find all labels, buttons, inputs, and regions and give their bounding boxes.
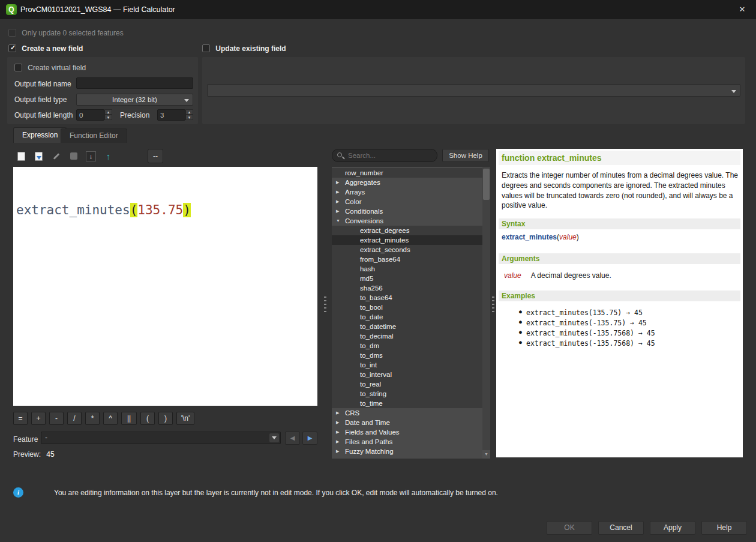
function-search[interactable] [332, 149, 437, 162]
tree-item-to-string[interactable]: to_string [332, 389, 482, 399]
tree-item-to-real[interactable]: to_real [332, 379, 482, 389]
preview-value: 45 [46, 450, 54, 459]
tree-item-from-base64[interactable]: from_base64 [332, 254, 482, 264]
title-bar[interactable]: Q ProvCM01012021_WGS84 — Field Calculato… [0, 0, 756, 19]
update-existing-field-checkbox[interactable]: ✓ Update existing field [202, 44, 286, 53]
tree-group-arrays[interactable]: ▶Arrays [332, 187, 482, 197]
existing-field-select[interactable] [207, 84, 740, 97]
cancel-button[interactable]: Cancel [598, 521, 644, 535]
feature-select[interactable]: - [41, 432, 281, 444]
help-button[interactable]: Help [701, 521, 747, 535]
function-help-panel: function extract_minutes Extracts the in… [496, 149, 743, 457]
spin-down-icon[interactable]: ▾ [185, 115, 193, 120]
next-feature-button[interactable]: ▶ [302, 432, 317, 445]
chevron-down-icon[interactable] [269, 433, 279, 442]
tree-group-crs[interactable]: ▶CRS [332, 408, 482, 418]
previous-feature-button[interactable]: ◀ [285, 432, 300, 445]
operator-concat-button[interactable]: || [121, 412, 137, 425]
tree-item-to-date[interactable]: to_date [332, 312, 482, 322]
search-input[interactable] [348, 151, 432, 160]
tree-group-date-and-time[interactable]: ▶Date and Time [332, 418, 482, 427]
spin-down-icon[interactable]: ▾ [104, 115, 112, 120]
tree-item-extract-degrees[interactable]: extract_degrees [332, 226, 482, 235]
tree-item-to-datetime[interactable]: to_datetime [332, 322, 482, 331]
blank-icon [70, 152, 77, 160]
operator-power-button[interactable]: ^ [103, 412, 118, 425]
operator-divide-button[interactable]: / [67, 412, 82, 425]
operator-equals-button[interactable]: = [13, 412, 28, 425]
bullet-icon: ● [519, 309, 522, 315]
close-icon[interactable]: ✕ [728, 0, 756, 19]
save-expression-button[interactable] [31, 149, 47, 163]
expression-code: extract_minutes(135.75) [16, 203, 191, 217]
tree-item-extract-seconds[interactable]: extract_seconds [332, 245, 482, 254]
operator-newline-button[interactable]: '\n' [176, 412, 194, 425]
output-field-length-stepper[interactable]: ▴ ▾ [104, 109, 112, 120]
tree-group-general[interactable]: ▶General [332, 456, 482, 459]
tree-item-extract-minutes[interactable]: extract_minutes [332, 235, 482, 245]
function-name-token: extract_minutes [16, 203, 130, 217]
tree-item-to-dms[interactable]: to_dms [332, 351, 482, 360]
spin-up-icon[interactable]: ▴ [185, 109, 193, 115]
tree-item-md5[interactable]: md5 [332, 274, 482, 283]
edit-expression-button[interactable] [48, 149, 64, 163]
output-field-name-input[interactable] [76, 77, 193, 89]
tree-item-to-base64[interactable]: to_base64 [332, 293, 482, 303]
precision-input[interactable] [157, 109, 185, 121]
output-field-type-select[interactable]: Integer (32 bit) [76, 94, 193, 106]
checkbox-icon[interactable]: ✓ [202, 44, 210, 52]
tree-item-to-time[interactable]: to_time [332, 399, 482, 408]
expression-editor[interactable]: extract_minutes(135.75) [13, 167, 317, 406]
edit-mode-message: You are editing information on this laye… [54, 489, 498, 497]
bullet-icon: ● [519, 330, 522, 335]
import-expressions-button[interactable]: ↓ [83, 149, 99, 163]
tree-group-conditionals[interactable]: ▶Conditionals [332, 206, 482, 216]
tree-group-fields-and-values[interactable]: ▶Fields and Values [332, 427, 482, 437]
export-expressions-button[interactable]: ↑ [100, 149, 116, 163]
tree-item-row-number[interactable]: row_number [332, 168, 482, 178]
splitter-right-handle[interactable] [492, 297, 494, 312]
ok-button[interactable]: OK [547, 521, 592, 535]
operator-open-paren-button[interactable]: ( [140, 412, 155, 425]
tree-item-to-bool[interactable]: to_bool [332, 303, 482, 312]
chevron-right-icon: ▶ [336, 418, 339, 427]
tab-expression[interactable]: Expression [13, 127, 67, 143]
tree-item-to-int[interactable]: to_int [332, 360, 482, 370]
remove-expression-button[interactable] [65, 149, 82, 163]
precision-stepper[interactable]: ▴ ▾ [185, 109, 193, 120]
tree-item-to-interval[interactable]: to_interval [332, 370, 482, 379]
spin-up-icon[interactable]: ▴ [104, 109, 112, 115]
scrollbar-thumb[interactable] [483, 169, 490, 200]
tree-group-aggregates[interactable]: ▶Aggregates [332, 178, 482, 187]
comment-button[interactable]: -- [148, 149, 163, 163]
operator-close-paren-button[interactable]: ) [158, 412, 173, 425]
tree-item-to-dm[interactable]: to_dm [332, 341, 482, 351]
tree-item-to-decimal[interactable]: to_decimal [332, 331, 482, 341]
info-icon: i [13, 487, 23, 498]
only-update-checkbox[interactable]: ✓ Only update 0 selected features [8, 28, 124, 37]
output-field-length-input[interactable] [76, 109, 104, 121]
new-expression-button[interactable] [13, 149, 29, 163]
checkbox-icon[interactable]: ✓ [14, 64, 22, 71]
tree-item-sha256[interactable]: sha256 [332, 283, 482, 293]
tab-function-editor[interactable]: Function Editor [61, 128, 127, 143]
operator-minus-button[interactable]: - [49, 412, 64, 425]
tree-group-conversions[interactable]: ▼Conversions [332, 216, 482, 226]
create-new-field-checkbox[interactable]: ✓ Create a new field [8, 44, 83, 53]
examples-heading: Examples [499, 291, 740, 301]
create-virtual-field-checkbox[interactable]: ✓ Create virtual field [14, 63, 86, 72]
scroll-down-icon[interactable]: ▼ [482, 450, 490, 459]
export-arrow-icon: ↑ [106, 152, 111, 161]
tree-group-fuzzy-matching[interactable]: ▶Fuzzy Matching [332, 447, 482, 456]
show-help-button[interactable]: Show Help [442, 149, 489, 162]
splitter-left-handle[interactable] [324, 297, 326, 312]
tree-group-color[interactable]: ▶Color [332, 197, 482, 206]
tree-group-files-and-paths[interactable]: ▶Files and Paths [332, 437, 482, 447]
checkbox-icon[interactable]: ✓ [8, 44, 16, 52]
tree-item-hash[interactable]: hash [332, 264, 482, 274]
tree-scrollbar[interactable]: ▼ [482, 167, 490, 459]
operator-plus-button[interactable]: + [31, 412, 46, 425]
operator-multiply-button[interactable]: * [85, 412, 100, 425]
checkbox-icon[interactable]: ✓ [8, 29, 16, 37]
apply-button[interactable]: Apply [650, 521, 695, 535]
